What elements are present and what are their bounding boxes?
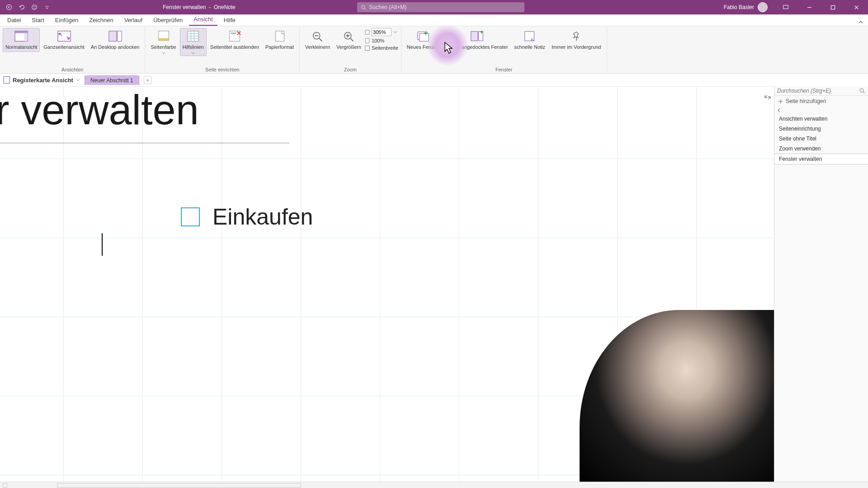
zoom-level-field[interactable] <box>365 28 398 36</box>
todo-checkbox[interactable] <box>181 207 200 226</box>
normal-view-icon <box>14 30 29 42</box>
search-icon[interactable] <box>859 88 865 94</box>
undo-icon[interactable] <box>17 3 26 12</box>
back-icon[interactable] <box>5 3 14 12</box>
tab-zeichnen[interactable]: Zeichnen <box>85 15 118 26</box>
new-window-icon <box>415 30 431 42</box>
maximize-button[interactable] <box>824 0 842 14</box>
page-list-panel: Seite hinzufügen Ansichten verwalten Sei… <box>774 86 868 482</box>
note-canvas[interactable]: /*placeholder so browsers don't merge*/ … <box>0 86 774 482</box>
chevron-down-icon <box>76 79 80 81</box>
emoji-icon[interactable] <box>30 3 39 12</box>
svg-line-27 <box>319 38 322 42</box>
tab-hilfe[interactable]: Hilfe <box>219 15 240 26</box>
text-caret <box>102 233 103 256</box>
main-area: /*placeholder so browsers don't merge*/ … <box>0 86 868 482</box>
tab-datei[interactable]: Datei <box>3 15 25 26</box>
vergroessern-label: Vergrößern <box>336 44 361 50</box>
page-item[interactable]: Ansichten verwalten <box>774 114 868 124</box>
neues-angedocktes-fenster-button[interactable]: Neues angedocktes Fenster <box>443 28 511 52</box>
verkleinern-button[interactable]: Verkleinern <box>302 28 333 52</box>
tab-einfuegen[interactable]: Einfügen <box>51 15 83 26</box>
fullpage-view-icon <box>57 30 72 42</box>
status-bar <box>0 482 868 488</box>
add-page-label: Seite hinzufügen <box>786 98 826 104</box>
tab-ueberpruefen[interactable]: Überprüfen <box>149 15 187 26</box>
close-button[interactable] <box>847 0 865 14</box>
ribbon-group-seite: Seitenfarbe Hilfslinien Seitentitel ausb… <box>145 26 300 73</box>
svg-rect-8 <box>831 5 835 9</box>
ribbon-group-fenster: Neues Fenster Neues angedocktes Fenster … <box>401 26 607 73</box>
an-desktop-andocken-button[interactable]: An Desktop andocken <box>88 28 142 52</box>
papierformat-button[interactable]: Papierformat <box>263 28 297 52</box>
svg-line-31 <box>350 38 353 42</box>
page-item[interactable]: Seite ohne Titel <box>774 134 868 144</box>
svg-point-0 <box>6 5 11 9</box>
collapse-panel-icon[interactable] <box>776 108 782 113</box>
tab-verlauf[interactable]: Verlauf <box>120 15 147 26</box>
plus-icon <box>778 99 783 104</box>
hide-title-icon <box>227 30 242 42</box>
todo-item[interactable]: Einkaufen <box>181 204 313 230</box>
neues-fenster-button[interactable]: Neues Fenster <box>404 28 442 52</box>
group-label-zoom: Zoom <box>302 66 398 72</box>
immer-im-vordergrund-button[interactable]: Immer im Vordergrund <box>549 28 604 52</box>
svg-rect-35 <box>419 33 429 41</box>
statusbar-slider[interactable] <box>57 483 301 488</box>
seitenfarbe-button[interactable]: Seitenfarbe <box>148 28 179 56</box>
title-bar: Fenster verwalten - OneNote Fabio Basler <box>0 0 868 14</box>
page-list: Ansichten verwalten Seiteneinrichtung Se… <box>774 114 868 164</box>
page-item[interactable]: Zoom verwenden <box>774 144 868 154</box>
todo-text: Einkaufen <box>212 204 313 230</box>
vergroessern-button[interactable]: Vergrößern <box>334 28 364 52</box>
schnelle-notiz-button[interactable]: schnelle Notiz <box>512 28 548 52</box>
ribbon-group-zoom: Verkleinern Vergrößern 100% Seitenb <box>300 26 401 73</box>
svg-rect-12 <box>15 31 28 33</box>
hilfslinien-button[interactable]: Hilfslinien <box>180 28 207 56</box>
add-page-button[interactable]: Seite hinzufügen <box>774 96 868 107</box>
global-search-input[interactable] <box>369 4 521 10</box>
zoom-100-button[interactable]: 100% <box>365 38 398 43</box>
ribbon-display-icon[interactable] <box>777 0 795 14</box>
add-section-button[interactable]: + <box>144 76 152 84</box>
svg-rect-36 <box>471 32 478 41</box>
svg-point-1 <box>32 5 37 10</box>
expand-icon[interactable] <box>764 94 771 103</box>
svg-point-3 <box>35 6 36 7</box>
doc-title-text: Fenster verwalten <box>163 4 206 10</box>
seitenbreite-label: Seitenbreite <box>372 45 398 51</box>
seitentitel-ausblenden-button[interactable]: Seitentitel ausblenden <box>208 28 262 52</box>
ganzseitenansicht-button[interactable]: Ganzseitenansicht <box>41 28 87 52</box>
page-item-active[interactable]: Fenster verwalten <box>774 154 868 164</box>
chevron-down-icon[interactable] <box>393 31 397 33</box>
dock-label: An Desktop andocken <box>91 44 140 50</box>
chevron-down-icon <box>191 52 195 54</box>
statusbar-segment <box>3 483 7 488</box>
normalansicht-button[interactable]: Normalansicht <box>3 28 40 52</box>
qat-dropdown-icon[interactable] <box>42 3 52 12</box>
svg-line-5 <box>364 8 365 9</box>
paper-size-icon <box>272 30 288 42</box>
page-title[interactable]: r verwalten <box>0 86 199 134</box>
collapse-ribbon-icon[interactable] <box>858 19 863 26</box>
svg-line-41 <box>863 92 865 94</box>
section-tab[interactable]: Neuer Abschnitt 1 <box>85 75 139 85</box>
seitenbreite-button[interactable]: Seitenbreite <box>365 45 398 51</box>
tab-ansicht[interactable]: Ansicht <box>189 14 217 26</box>
global-search[interactable] <box>357 2 524 12</box>
notebook-selector[interactable]: Registerkarte Ansicht <box>4 76 80 84</box>
account-button[interactable]: Fabio Basler <box>724 2 768 12</box>
tab-start[interactable]: Start <box>27 15 48 26</box>
page-item[interactable]: Seiteneinrichtung <box>774 124 868 134</box>
minimize-button[interactable] <box>800 0 818 14</box>
page-icon <box>365 38 370 43</box>
zoom-value-input[interactable] <box>372 28 392 36</box>
notebook-bar: Registerkarte Ansicht Neuer Abschnitt 1 … <box>0 74 868 86</box>
svg-rect-13 <box>24 33 28 41</box>
menu-tabs: Datei Start Einfügen Zeichnen Verlauf Üb… <box>0 14 868 26</box>
zoom-out-icon <box>310 30 326 42</box>
checkbox-icon <box>365 46 370 51</box>
page-search-input[interactable] <box>777 88 859 94</box>
zoom-in-icon <box>341 30 357 42</box>
group-label-fenster: Fenster <box>404 66 604 72</box>
